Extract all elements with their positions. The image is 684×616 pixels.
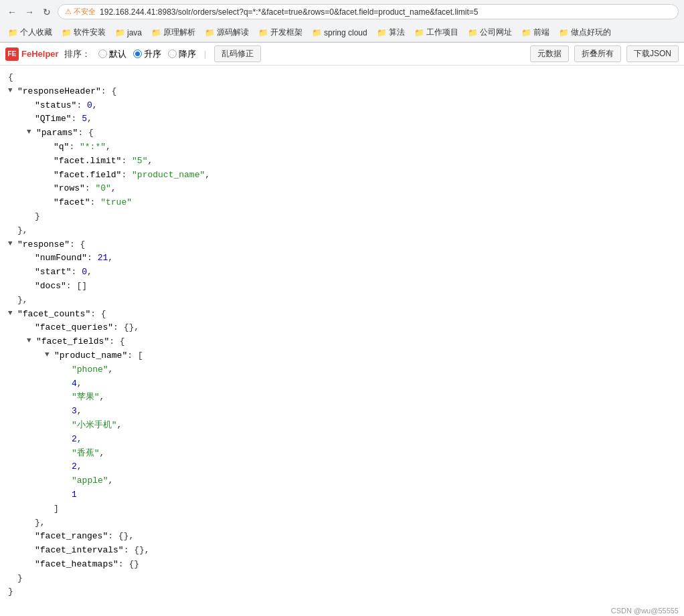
sort-desc-radio[interactable]: [168, 49, 177, 58]
docs-line: "docs" : []: [8, 280, 676, 294]
toggle-facet-counts[interactable]: [8, 308, 17, 320]
download-json-button[interactable]: 下载JSON: [626, 45, 679, 62]
response-close: },: [8, 294, 676, 308]
facet-field-line: "facet.field" : "product_name" ,: [8, 169, 676, 183]
item-apple-en-val: "apple",: [8, 474, 676, 488]
item-apple-en-count: 1: [8, 488, 676, 502]
response-header-line: "responseHeader": {: [8, 85, 676, 99]
bookmark-frontend[interactable]: 📁 前端: [517, 25, 553, 39]
toggle-product-name[interactable]: [45, 349, 54, 361]
item-xiaomi-val: "小米手机",: [8, 419, 676, 433]
item-banana-val: "香蕉",: [8, 447, 676, 461]
facet-counts-line: "facet_counts": {: [8, 308, 676, 322]
separator: |: [204, 49, 206, 59]
footer-credit: CSDN @wu@55555: [606, 605, 684, 616]
facet-fields-line: "facet_fields" : {: [8, 335, 676, 349]
item-phone-count: 4,: [8, 377, 676, 391]
bookmark-yuanli[interactable]: 📁 原理解析: [147, 25, 199, 39]
fix-encoding-button[interactable]: 乱码修正: [214, 45, 261, 62]
fehelper-brand-name: FeHelper: [21, 49, 59, 59]
bookmarks-bar: 📁 个人收藏 📁 软件安装 📁 java 📁 原理解析 📁 源码解读 📁 开发框…: [0, 23, 684, 42]
sort-label: 排序：: [64, 48, 90, 60]
bookmark-work[interactable]: 📁 工作项目: [410, 25, 462, 39]
bookmark-yuanma[interactable]: 📁 源码解读: [201, 25, 253, 39]
nav-bar: ← → ↻ ⚠ 不安全 192.168.244.41:8983/solr/ord…: [0, 0, 684, 23]
params-line: "params" : {: [8, 126, 676, 140]
facet-ranges-line: "facet_ranges" : {},: [8, 530, 676, 544]
item-apple-cn-count: 3,: [8, 405, 676, 419]
json-viewer: { "responseHeader": { "status" : 0 , "QT…: [0, 66, 684, 605]
facet-counts-close: }: [8, 572, 676, 586]
address-bar[interactable]: ⚠ 不安全 192.168.244.41:8983/solr/orders/se…: [58, 4, 679, 19]
response-line: "response": {: [8, 238, 676, 252]
forward-button[interactable]: →: [23, 5, 36, 19]
item-phone-val: "phone",: [8, 363, 676, 377]
sort-default-radio[interactable]: [98, 49, 107, 58]
product-name-close: ]: [8, 502, 676, 516]
toggle-response[interactable]: [8, 238, 17, 250]
response-header-close: },: [8, 224, 676, 238]
bookmark-springcloud[interactable]: 📁 spring cloud: [308, 27, 371, 39]
sort-default[interactable]: 默认: [98, 48, 126, 60]
facet-intervals-line: "facet_intervals" : {},: [8, 544, 676, 558]
bookmark-algorithm[interactable]: 📁 算法: [373, 25, 409, 39]
facet-queries-line: "facet_queries" : {},: [8, 321, 676, 335]
item-apple-cn-val: "苹果",: [8, 391, 676, 405]
numfound-line: "numFound" : 21 ,: [8, 251, 676, 266]
params-close: }: [8, 210, 676, 224]
fehelper-toolbar: FE FeHelper 排序： 默认 升序 降序 | 乱码修正 元数据 折叠所有…: [0, 43, 684, 66]
facet-limit-line: "facet.limit" : "5" ,: [8, 155, 676, 169]
item-xiaomi-count: 2,: [8, 433, 676, 447]
url-text: 192.168.244.41:8983/solr/orders/select?q…: [100, 7, 478, 17]
security-warning: ⚠ 不安全: [65, 7, 96, 17]
json-root-close: }: [8, 585, 676, 599]
toggle-facet-fields[interactable]: [27, 335, 36, 347]
facet-fields-close: },: [8, 516, 676, 530]
toggle-params[interactable]: [27, 126, 36, 138]
item-banana-count: 2,: [8, 460, 676, 474]
qtime-line: "QTime" : 5 ,: [8, 112, 676, 126]
sort-desc[interactable]: 降序: [168, 48, 196, 60]
sort-options: 默认 升序 降序: [98, 48, 196, 60]
fehelper-logo: FE FeHelper: [5, 47, 59, 61]
sort-asc[interactable]: 升序: [133, 48, 161, 60]
status-line: "status" : 0 ,: [8, 99, 676, 113]
bookmark-java[interactable]: 📁 java: [111, 27, 146, 39]
start-line: "start" : 0 ,: [8, 266, 676, 280]
reload-button[interactable]: ↻: [40, 5, 54, 19]
facet-line: "facet" : "true": [8, 196, 676, 210]
bookmark-fun[interactable]: 📁 做点好玩的: [555, 25, 615, 39]
collapse-all-button[interactable]: 折叠所有: [574, 45, 621, 62]
bookmark-framework[interactable]: 📁 开发框架: [254, 25, 307, 39]
q-line: "q" : "*:*" ,: [8, 140, 676, 155]
metadata-button[interactable]: 元数据: [530, 45, 569, 62]
toggle-response-header[interactable]: [8, 85, 17, 97]
fehelper-icon: FE: [5, 47, 19, 61]
bookmark-personal[interactable]: 📁 个人收藏: [4, 25, 56, 39]
back-button[interactable]: ←: [5, 5, 19, 19]
sort-asc-radio[interactable]: [133, 49, 142, 58]
rows-line: "rows" : "0" ,: [8, 182, 676, 196]
bookmark-company[interactable]: 📁 公司网址: [464, 25, 516, 39]
json-root-open: {: [8, 71, 676, 85]
product-name-line: "product_name" : [: [8, 349, 676, 363]
facet-heatmaps-line: "facet_heatmaps" : {}: [8, 558, 676, 572]
bookmark-software[interactable]: 📁 软件安装: [58, 25, 110, 39]
